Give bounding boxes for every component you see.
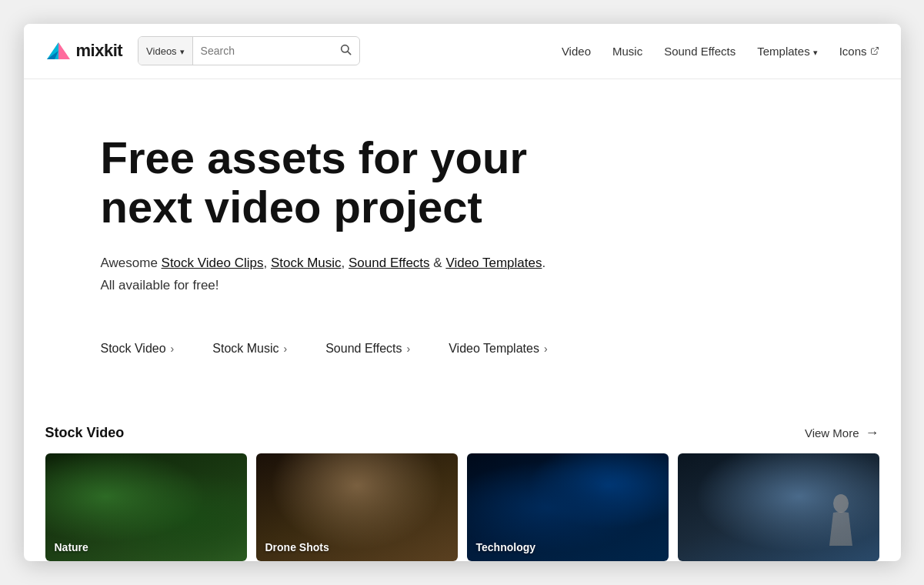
search-input[interactable] [193,45,332,57]
link-video-templates[interactable]: Video Templates [445,256,542,270]
hero-title: Free assets for yournext video project [101,133,624,232]
browser-window: mixkit Videos Video Music [24,24,901,561]
search-dropdown[interactable]: Videos [138,37,193,65]
view-more-link[interactable]: View More → [805,425,879,441]
section-title: Stock Video [45,425,125,441]
video-card-beach[interactable] [678,453,879,561]
svg-marker-1 [58,42,70,59]
cat-arrow-icon: › [171,343,175,355]
logo[interactable]: mixkit [45,38,123,64]
logo-text: mixkit [76,41,123,61]
nav-templates[interactable]: Templates [757,45,817,58]
chevron-down-icon [180,45,185,57]
cat-arrow-icon-3: › [407,343,411,355]
nav-video[interactable]: Video [562,45,591,58]
svg-point-6 [833,494,849,513]
cat-arrow-icon-4: › [544,343,548,355]
svg-line-4 [348,52,351,55]
nav-icons[interactable]: Icons [839,45,879,58]
section-header: Stock Video View More → [45,425,879,441]
nav-links: Video Music Sound Effects Templates Icon… [562,45,879,58]
search-button[interactable] [332,43,359,58]
search-dropdown-label: Videos [146,45,177,57]
video-card-tech[interactable]: Technology [467,453,669,561]
nav-sound-effects[interactable]: Sound Effects [664,45,736,58]
beach-silhouette-icon [810,484,872,561]
stock-video-section: Stock Video View More → Nature Drone Sho… [24,402,901,561]
cat-stock-video[interactable]: Stock Video › [101,334,190,363]
cat-stock-music[interactable]: Stock Music › [212,334,302,363]
search-bar: Videos [138,36,360,65]
view-more-arrow-icon: → [866,425,879,441]
cat-video-templates[interactable]: Video Templates › [449,334,562,363]
link-sound-effects[interactable]: Sound Effects [349,256,430,270]
hero-section: Free assets for yournext video project A… [24,79,901,402]
link-stock-music[interactable]: Stock Music [271,256,342,270]
cat-sound-effects[interactable]: Sound Effects › [325,334,425,363]
video-card-nature[interactable]: Nature [45,453,247,561]
cat-arrow-icon-2: › [284,343,288,355]
hero-subtitle: Awesome Stock Video Clips, Stock Music, … [101,252,824,297]
nav-music[interactable]: Music [612,45,642,58]
svg-line-5 [874,48,879,52]
video-card-drone[interactable]: Drone Shots [256,453,458,561]
category-links: Stock Video › Stock Music › Sound Effect… [101,334,824,363]
navbar: mixkit Videos Video Music [24,24,901,79]
video-grid: Nature Drone Shots Technology [45,453,879,561]
logo-icon [45,38,72,64]
link-stock-video-clips[interactable]: Stock Video Clips [162,256,264,270]
external-link-icon [870,46,879,55]
templates-chevron-icon [813,45,818,58]
